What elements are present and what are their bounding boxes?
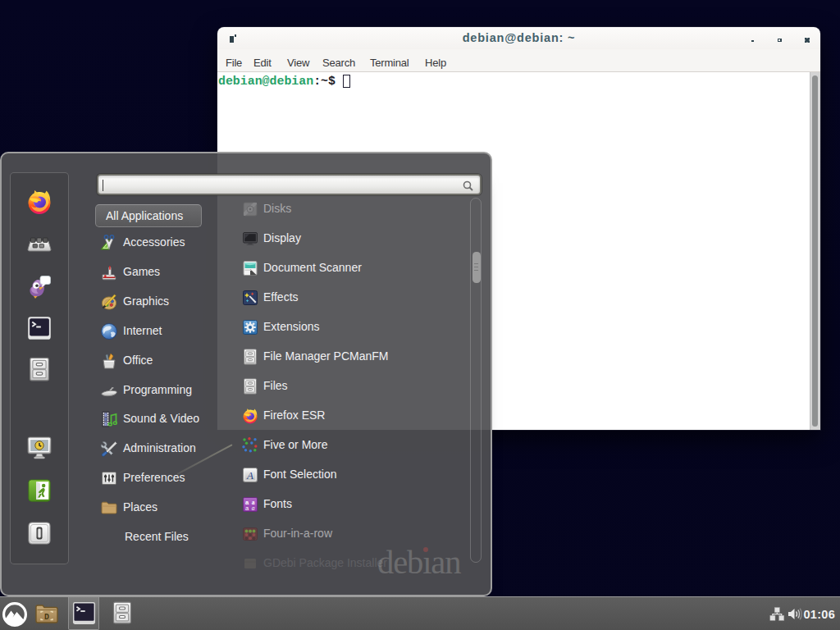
svg-text:A: A [246, 468, 253, 481]
svg-text:a: a [252, 504, 255, 512]
svg-text:D: D [44, 613, 49, 622]
